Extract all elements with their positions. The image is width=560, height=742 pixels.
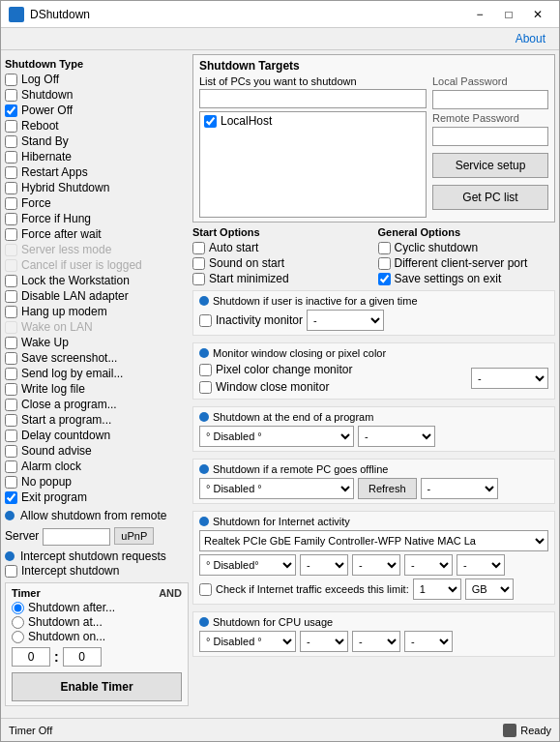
local-password-input[interactable]	[432, 90, 548, 109]
internet-select4[interactable]: -	[404, 554, 453, 576]
internet-limit-label: Check if Internet traffic exceeds this l…	[216, 583, 409, 595]
localhost-checkbox[interactable]	[204, 115, 217, 128]
monitor-select[interactable]: -	[471, 368, 548, 389]
soundonstart-checkbox[interactable]	[192, 257, 205, 270]
forceifhung-checkbox[interactable]	[5, 213, 17, 225]
internet-select2[interactable]: -	[300, 554, 348, 576]
remoteoffline-select2[interactable]: -	[421, 478, 498, 499]
pc-listbox[interactable]: LocalHost	[199, 111, 427, 218]
windowclose-checkbox[interactable]	[199, 381, 212, 394]
cond-internet-row1: ° Disabled° - - - -	[199, 554, 548, 576]
cyclicshutdown-label: Cyclic shutdown	[395, 241, 479, 254]
sendlog-checkbox[interactable]	[5, 368, 17, 380]
force-checkbox[interactable]	[5, 197, 17, 210]
shutdown-checkbox[interactable]	[5, 89, 17, 102]
cyclicshutdown-checkbox[interactable]	[378, 242, 391, 254]
internet-select5[interactable]: -	[457, 554, 505, 576]
maximize-button[interactable]: □	[495, 5, 522, 24]
restartapps-label: Restart Apps	[21, 165, 88, 179]
internet-unit-select[interactable]: GB	[465, 579, 514, 600]
net-adapter-select[interactable]: Realtek PCIe GbE Family Controller-WFP N…	[199, 530, 548, 551]
checkbox-exitprogram: Exit program	[5, 490, 189, 505]
remote-password-input[interactable]	[432, 127, 548, 146]
status-text: Ready	[520, 725, 551, 736]
restartapps-checkbox[interactable]	[5, 166, 17, 179]
endofprogram-select2[interactable]: -	[358, 426, 435, 447]
cpu-select1[interactable]: ° Disabled °	[199, 631, 296, 652]
internet-limit-value[interactable]: 1	[413, 579, 461, 600]
pixelcolor-checkbox[interactable]	[199, 364, 212, 376]
nopopup-checkbox[interactable]	[5, 476, 17, 489]
about-link[interactable]: About	[510, 30, 551, 47]
hangupmodem-checkbox[interactable]	[5, 306, 17, 318]
forceafterwait-checkbox[interactable]	[5, 228, 17, 241]
wakeonlan-label: Wake on LAN	[21, 320, 93, 334]
internet-select3[interactable]: -	[352, 554, 400, 576]
pc-list-area: List of PCs you want to shutdown LocalHo…	[199, 75, 427, 218]
soundadvise-checkbox[interactable]	[5, 445, 17, 458]
diffclientserver-checkbox[interactable]	[378, 257, 391, 270]
inactivity-checkbox[interactable]	[199, 314, 212, 327]
hybridshutdown-label: Hybrid Shutdown	[21, 181, 109, 194]
timer-label: Timer	[12, 587, 41, 599]
cond-inactivity-row: Inactivity monitor -	[199, 310, 548, 331]
shutdown-after-radio[interactable]	[12, 602, 24, 614]
enable-timer-button[interactable]: Enable Timer	[12, 672, 182, 701]
cpu-select4[interactable]: -	[404, 631, 453, 652]
reboot-checkbox[interactable]	[5, 120, 17, 133]
upnp-button[interactable]: uPnP	[114, 527, 154, 545]
cpu-select3[interactable]: -	[352, 631, 400, 652]
hibernate-checkbox[interactable]	[5, 151, 17, 163]
disablelan-label: Disable LAN adapter	[21, 289, 129, 303]
checkbox-forceafterwait: Force after wait	[5, 226, 189, 242]
minimize-button[interactable]: −	[466, 5, 493, 24]
refresh-button[interactable]: Refresh	[358, 478, 417, 499]
startprogram-checkbox[interactable]	[5, 414, 17, 427]
windowclose-label: Window close monitor	[216, 380, 329, 394]
alarmclock-checkbox[interactable]	[5, 460, 17, 473]
wakeonlan-checkbox	[5, 321, 17, 334]
get-pc-list-button[interactable]: Get PC list	[432, 185, 548, 210]
writelog-checkbox[interactable]	[5, 383, 17, 396]
timer-hours-input[interactable]	[12, 647, 50, 667]
delaycountdown-checkbox[interactable]	[5, 430, 17, 442]
exitprogram-checkbox[interactable]	[5, 491, 17, 504]
cond-remoteoffline-dot	[199, 464, 209, 474]
checkbox-lockworkstation: Lock the Workstation	[5, 273, 189, 288]
interceptshutdown-checkbox[interactable]	[5, 565, 17, 578]
timer-minutes-input[interactable]	[63, 647, 102, 667]
endofprogram-select1[interactable]: ° Disabled °	[199, 426, 354, 447]
shutdown-at-radio[interactable]	[12, 616, 24, 629]
logoff-checkbox[interactable]	[5, 74, 17, 86]
internet-select1[interactable]: ° Disabled°	[199, 554, 296, 576]
cpu-select2[interactable]: -	[300, 631, 348, 652]
lockworkstation-checkbox[interactable]	[5, 275, 17, 287]
shutdown-on-radio[interactable]	[12, 631, 24, 643]
nopopup-label: No popup	[21, 475, 72, 489]
timer-header: Timer AND	[12, 587, 182, 599]
allow-shutdown-dot	[5, 511, 15, 520]
server-input[interactable]	[43, 528, 110, 546]
disablelan-checkbox[interactable]	[5, 290, 17, 303]
service-setup-button[interactable]: Service setup	[432, 153, 548, 178]
canceliflogged-label: Cancel if user is logged	[21, 258, 142, 272]
autostart-checkbox[interactable]	[192, 242, 205, 254]
cond-endofprogram-row: ° Disabled ° -	[199, 426, 548, 447]
closeprogram-checkbox[interactable]	[5, 399, 17, 411]
pc-input[interactable]	[199, 89, 427, 108]
startminimized-checkbox[interactable]	[192, 273, 205, 285]
poweroff-checkbox[interactable]	[5, 104, 17, 117]
checkbox-writelog: Write log file	[5, 381, 189, 397]
checkbox-poweroff: Power Off	[5, 103, 189, 118]
radio-shutdown-after: Shutdown after...	[12, 601, 182, 614]
savesettings-checkbox[interactable]	[378, 273, 391, 285]
remote-password-label: Remote Password	[432, 112, 548, 124]
hybridshutdown-checkbox[interactable]	[5, 182, 17, 194]
remoteoffline-select1[interactable]: ° Disabled °	[199, 478, 354, 499]
wakeup-checkbox[interactable]	[5, 337, 17, 349]
standby-checkbox[interactable]	[5, 135, 17, 148]
savescreenshot-checkbox[interactable]	[5, 352, 17, 365]
internet-limit-checkbox[interactable]	[199, 583, 212, 596]
inactivity-select[interactable]: -	[307, 310, 384, 331]
close-button[interactable]: ✕	[524, 5, 551, 24]
